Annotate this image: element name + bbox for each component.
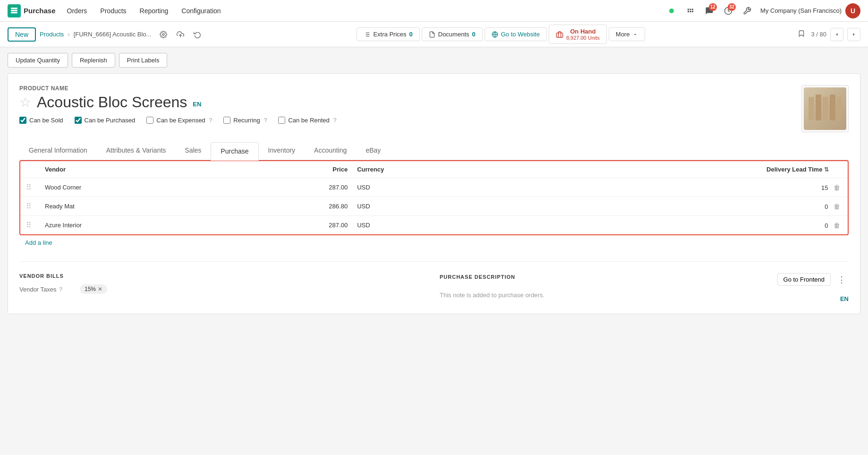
on-hand-label: On Hand	[566, 28, 600, 35]
row-drag-handle[interactable]: ⠿	[26, 202, 32, 210]
svg-point-1	[162, 34, 164, 35]
more-button[interactable]: More	[609, 27, 646, 41]
documents-count: 0	[472, 31, 476, 38]
on-hand-button[interactable]: On Hand 8,927.00 Units	[549, 25, 607, 44]
row-drag-handle[interactable]: ⠿	[26, 183, 32, 191]
can-be-purchased-field: Can be Purchased	[75, 117, 136, 124]
nav-products[interactable]: Products	[94, 3, 132, 18]
new-button[interactable]: New	[8, 27, 36, 42]
extra-prices-button[interactable]: Extra Prices 0	[357, 27, 419, 41]
activities-badge: 32	[728, 3, 736, 11]
recurring-help-icon[interactable]: ?	[264, 117, 267, 124]
can-be-sold-checkbox[interactable]	[19, 117, 26, 124]
recurring-checkbox[interactable]	[223, 117, 230, 124]
messages-button[interactable]: 12	[702, 3, 717, 18]
action-bar: Update Quantity Replenish Print Labels	[0, 47, 868, 73]
purchase-description-placeholder[interactable]: This note is added to purchase orders.	[440, 292, 545, 299]
recurring-field: Recurring ?	[223, 117, 267, 124]
vendor-bills-section: VENDOR BILLS Vendor Taxes ? 15% ✕	[19, 273, 428, 302]
go-to-website-button[interactable]: Go to Website	[485, 27, 547, 41]
vendor-table: Vendor Price Currency Delivery Lead Time…	[20, 161, 848, 234]
vendor-name-cell[interactable]: Wood Corner	[39, 178, 232, 197]
product-header: Product Name ☆ Acoustic Bloc Screens EN …	[19, 85, 849, 132]
product-image[interactable]	[801, 85, 849, 132]
breadcrumb-parent[interactable]: Products	[40, 31, 64, 38]
vendor-taxes-help-icon[interactable]: ?	[59, 286, 62, 293]
pager-prev-button[interactable]	[830, 28, 843, 41]
nav-reporting[interactable]: Reporting	[134, 3, 174, 18]
user-avatar[interactable]: U	[845, 3, 860, 18]
print-labels-button[interactable]: Print Labels	[119, 53, 168, 68]
vendor-taxes-label: Vendor Taxes ?	[19, 286, 76, 293]
refresh-icon[interactable]	[191, 28, 204, 41]
delete-row-icon[interactable]: 🗑	[834, 184, 840, 191]
product-info: Product Name ☆ Acoustic Bloc Screens EN …	[19, 85, 801, 124]
drag-handle-cell: ⠿	[20, 216, 39, 235]
vendor-taxes-remove-icon[interactable]: ✕	[98, 286, 102, 292]
activities-button[interactable]: 32	[721, 3, 736, 18]
price-col-header: Price	[232, 161, 353, 178]
settings-icon[interactable]	[157, 28, 170, 41]
tab-attributes-variants[interactable]: Attributes & Variants	[97, 142, 176, 160]
delete-row-icon[interactable]: 🗑	[834, 203, 840, 210]
price-cell[interactable]: 287.00	[232, 216, 353, 235]
top-navigation: Purchase Orders Products Reporting Confi…	[0, 0, 868, 22]
messages-badge: 12	[709, 3, 717, 11]
sort-icon[interactable]: ⇅	[824, 166, 829, 173]
lead-time-cell[interactable]: 0 🗑	[499, 216, 848, 235]
product-title-row: ☆ Acoustic Bloc Screens EN	[19, 94, 801, 111]
delete-row-icon[interactable]: 🗑	[834, 222, 840, 229]
apps-button[interactable]	[683, 3, 698, 18]
can-be-purchased-checkbox[interactable]	[75, 117, 82, 124]
can-be-sold-label: Can be Sold	[29, 117, 63, 124]
documents-button[interactable]: Documents 0	[422, 27, 483, 41]
lead-time-cell[interactable]: 0 🗑	[499, 197, 848, 216]
price-cell[interactable]: 287.00	[232, 178, 353, 197]
vendor-bills-title: VENDOR BILLS	[19, 273, 428, 279]
nav-orders[interactable]: Orders	[61, 3, 93, 18]
more-options-icon[interactable]: ⋮	[834, 274, 849, 286]
bookmark-icon[interactable]	[798, 30, 805, 39]
price-cell[interactable]: 286.80	[232, 197, 353, 216]
vendor-name-cell[interactable]: Ready Mat	[39, 197, 232, 216]
tab-inventory[interactable]: Inventory	[259, 142, 305, 160]
tools-button[interactable]	[740, 3, 755, 18]
can-be-rented-help-icon[interactable]: ?	[333, 117, 337, 124]
can-be-expensed-checkbox[interactable]	[146, 117, 153, 124]
tab-ebay[interactable]: eBay	[356, 142, 390, 160]
lead-time-cell[interactable]: 15 🗑	[499, 178, 848, 197]
can-be-expensed-label: Can be Expensed	[156, 117, 205, 124]
tab-accounting[interactable]: Accounting	[305, 142, 356, 160]
breadcrumb-bar: New Products › [FURN_6666] Acoustic Blo.…	[0, 22, 868, 47]
nav-configuration[interactable]: Configuration	[176, 3, 226, 18]
go-to-frontend-button[interactable]: Go to Frontend	[777, 273, 831, 286]
documents-label: Documents	[438, 31, 469, 38]
app-logo[interactable]: Purchase	[8, 4, 56, 17]
breadcrumb-current: [FURN_6666] Acoustic Blo...	[74, 31, 152, 38]
currency-cell[interactable]: USD	[353, 178, 499, 197]
add-line-button[interactable]: Add a line	[19, 235, 58, 250]
tab-general-information[interactable]: General Information	[19, 142, 97, 160]
vendor-table-container: Vendor Price Currency Delivery Lead Time…	[19, 160, 849, 235]
currency-cell[interactable]: USD	[353, 197, 499, 216]
on-hand-value: 8,927.00 Units	[566, 35, 600, 41]
main-content: Product Name ☆ Acoustic Bloc Screens EN …	[8, 73, 860, 314]
pager-next-button[interactable]	[847, 28, 860, 41]
can-be-rented-checkbox[interactable]	[278, 117, 285, 124]
replenish-button[interactable]: Replenish	[72, 53, 115, 68]
drag-handle-cell: ⠿	[20, 178, 39, 197]
favorite-star-icon[interactable]: ☆	[19, 94, 31, 110]
tabs: General Information Attributes & Variant…	[19, 142, 849, 160]
currency-cell[interactable]: USD	[353, 216, 499, 235]
tab-purchase[interactable]: Purchase	[211, 142, 258, 161]
purchase-description-lang: EN	[840, 295, 849, 302]
update-quantity-button[interactable]: Update Quantity	[8, 53, 68, 68]
row-drag-handle[interactable]: ⠿	[26, 221, 32, 229]
upload-icon[interactable]	[174, 28, 187, 41]
product-label: Product Name	[19, 85, 801, 92]
vendor-name-cell[interactable]: Azure Interior	[39, 216, 232, 235]
tab-sales[interactable]: Sales	[175, 142, 211, 160]
can-be-expensed-help-icon[interactable]: ?	[209, 117, 213, 124]
online-status-dot	[669, 9, 674, 13]
table-row: ⠿ Wood Corner 287.00 USD 15 🗑	[20, 178, 848, 197]
